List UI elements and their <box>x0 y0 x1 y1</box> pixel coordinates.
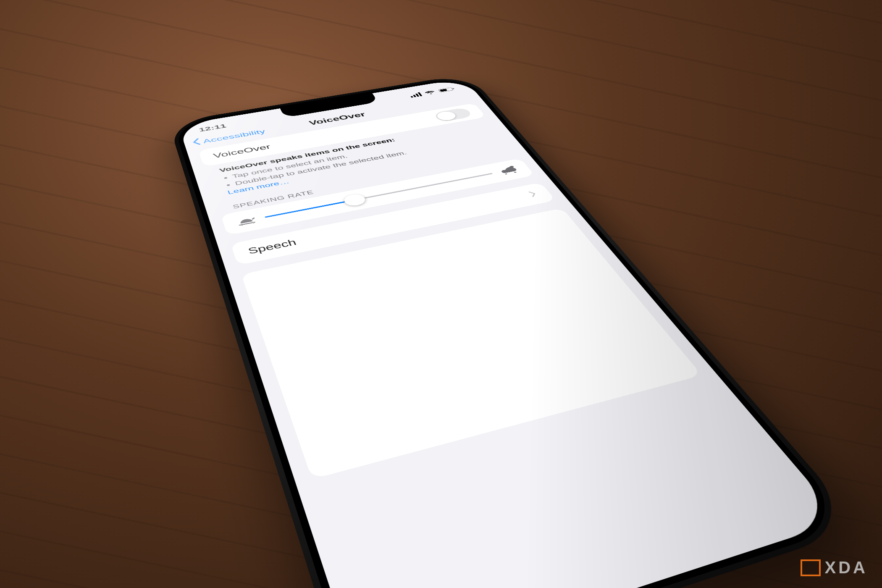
hare-icon <box>498 165 520 176</box>
chevron-left-icon <box>191 138 202 147</box>
chevron-right-icon <box>528 191 539 198</box>
speech-label: Speech <box>247 238 298 256</box>
content: VoiceOver VoiceOver speaks items on the … <box>187 102 715 484</box>
wifi-icon <box>424 90 436 95</box>
photo-stage: 12:11 <box>0 0 882 588</box>
slider-thumb[interactable] <box>342 193 368 207</box>
toggle-knob <box>435 110 458 121</box>
iphone-device: 12:11 <box>168 74 863 588</box>
phone-body: 12:11 <box>168 74 863 588</box>
phone-screen: 12:11 <box>178 78 842 588</box>
tortoise-icon <box>236 215 257 227</box>
